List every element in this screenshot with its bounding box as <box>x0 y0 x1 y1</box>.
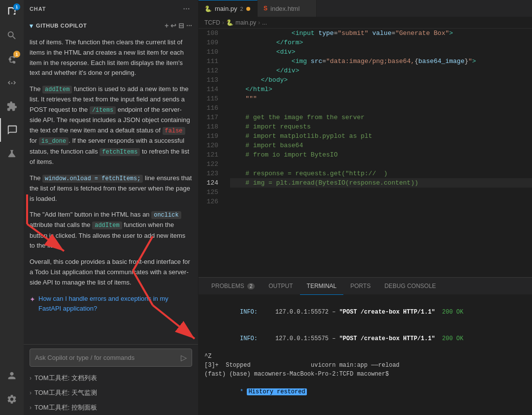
ln-111: 111 <box>202 57 218 66</box>
code-line-123: # response = requests.get("http:// ) <box>230 169 532 178</box>
chat-para-5: Overall, this code provides a basic fron… <box>30 257 192 287</box>
copilot-section: ▾ GITHUB COPILOT + ↩ ⊟ ··· <box>24 18 198 33</box>
code-line-122 <box>230 160 532 169</box>
tab-index-html[interactable]: S index.html <box>258 0 317 17</box>
code-isdone: is_done <box>39 137 68 145</box>
source-control-icon[interactable]: 1 <box>0 47 24 71</box>
copilot-history-icon[interactable]: ↩ <box>170 22 176 30</box>
tab-terminal[interactable]: TERMINAL <box>300 278 344 295</box>
chat-input-box[interactable]: ▷ <box>30 349 192 367</box>
sidebar: CHAT ··· ▾ GITHUB COPILOT + ↩ ⊟ ··· list… <box>24 0 199 415</box>
chat-para-2: The addItem function is used to add a ne… <box>30 84 192 167</box>
ln-126: 126 <box>202 197 218 206</box>
chat-input[interactable] <box>35 354 177 361</box>
ln-117: 117 <box>202 113 218 122</box>
chat-suggestion[interactable]: ✦ How can I handle errors and exceptions… <box>30 294 192 315</box>
problems-badge: 2 <box>247 283 255 289</box>
editor-area[interactable]: 108 109 110 111 112 113 114 115 116 117 … <box>199 29 532 277</box>
copilot-add-icon[interactable]: + <box>165 22 168 30</box>
python-file-icon: 🐍 <box>204 5 212 12</box>
section-chevron-3: › <box>30 404 32 411</box>
ln-114: 114 <box>202 85 218 94</box>
tab-main-py-label: main.py <box>215 5 237 12</box>
breadcrumb-sep-2: › <box>258 19 260 26</box>
flask-icon[interactable] <box>0 142 24 165</box>
terminal-content[interactable]: INFO: 127.0.0.1:55572 – "POST /create-bo… <box>199 295 532 415</box>
code-line-110: <div> <box>230 47 532 57</box>
code-line-120: # import base64 <box>230 141 532 150</box>
ln-116: 116 <box>202 103 218 113</box>
copilot-expand-icon[interactable]: ⊟ <box>178 22 184 30</box>
tab-bar: 🐍 main.py 2 S index.html <box>199 0 532 17</box>
ln-123: 123 <box>202 169 218 178</box>
breadcrumb-py-icon: 🐍 <box>226 19 233 26</box>
term-line-3: ^Z <box>204 352 526 361</box>
extensions-icon[interactable] <box>0 95 24 118</box>
section-chevron-1: › <box>30 375 32 382</box>
term-line-history: * History restored <box>204 379 526 405</box>
chat-icon[interactable] <box>0 118 24 142</box>
tab-modified-dot <box>246 7 250 11</box>
section-label-3: TOM工具栏: 控制面板 <box>34 403 97 412</box>
code-items: /items <box>90 106 116 114</box>
run-debug-icon[interactable] <box>0 71 24 95</box>
terminal-tabs: PROBLEMS 2 OUTPUT TERMINAL PORTS DEBUG C… <box>199 278 532 295</box>
chat-content: list of items. The function then clears … <box>24 33 198 344</box>
tab-debug-console[interactable]: DEBUG CONSOLE <box>377 278 443 295</box>
term-line-1: INFO: 127.0.0.1:55572 – "POST /create-bo… <box>204 299 526 325</box>
settings-icon[interactable] <box>0 387 24 411</box>
breadcrumb-file[interactable]: main.py <box>235 19 256 26</box>
copilot-chevron[interactable]: ▾ <box>30 22 33 30</box>
ln-124: 124 <box>202 178 218 188</box>
breadcrumb: TCFD › 🐍 main.py › ... <box>199 17 532 29</box>
terminal-label: TERMINAL <box>307 283 337 289</box>
tab-main-py[interactable]: 🐍 main.py 2 <box>199 0 258 17</box>
copilot-title-left: ▾ GITHUB COPILOT <box>30 22 87 30</box>
breadcrumb-tcfd[interactable]: TCFD <box>204 19 220 26</box>
chat-more-icon[interactable]: ··· <box>181 4 192 14</box>
chat-suggestion-text: How can I handle errors and exceptions i… <box>38 294 192 315</box>
code-lines[interactable]: <input type="submit" value="Generate Box… <box>222 29 532 277</box>
debug-console-label: DEBUG CONSOLE <box>384 283 436 289</box>
chat-input-area: ▷ <box>24 344 198 371</box>
chat-header-icons: ··· <box>181 4 192 14</box>
code-line-114: </html> <box>230 85 532 94</box>
sidebar-section-tom3[interactable]: › TOM工具栏: 控制面板 <box>24 400 198 415</box>
term-line-4: [3]+ Stopped uvicorn main:app ——reload <box>204 361 526 370</box>
tab-problems[interactable]: PROBLEMS 2 <box>204 278 262 295</box>
tab-ports[interactable]: PORTS <box>343 278 377 295</box>
sidebar-section-tom1[interactable]: › TOM工具栏: 文档列表 <box>24 371 198 385</box>
chat-para-1: list of items. The function then clears … <box>30 37 192 78</box>
code-line-109: </form> <box>230 38 532 47</box>
breadcrumb-more[interactable]: ... <box>262 19 267 26</box>
ln-120: 120 <box>202 141 218 150</box>
activity-bar: 1 1 <box>0 0 24 415</box>
tab-output[interactable]: OUTPUT <box>262 278 299 295</box>
ln-115: 115 <box>202 94 218 103</box>
ln-125: 125 <box>202 188 218 197</box>
copilot-more-icon[interactable]: ··· <box>186 22 192 30</box>
code-line-119: # import matplotlib.pyplot as plt <box>230 131 532 141</box>
tab-index-html-label: index.html <box>270 5 299 12</box>
code-fetchitems-1: fetchItems <box>100 148 140 156</box>
history-restored-badge: History restored <box>247 388 306 395</box>
code-line-117: # get the image from the server <box>230 113 532 122</box>
copilot-title: GITHUB COPILOT <box>36 23 87 29</box>
line-numbers: 108 109 110 111 112 113 114 115 116 117 … <box>199 29 222 277</box>
copilot-title-row: ▾ GITHUB COPILOT + ↩ ⊟ ··· <box>24 20 198 32</box>
ln-121: 121 <box>202 150 218 160</box>
ln-113: 113 <box>202 75 218 85</box>
explorer-badge: 1 <box>13 3 20 10</box>
account-icon[interactable] <box>0 364 24 387</box>
code-line-116 <box>230 103 532 113</box>
search-icon[interactable] <box>0 24 24 47</box>
ln-112: 112 <box>202 66 218 75</box>
chat-send-button[interactable]: ▷ <box>181 353 187 362</box>
code-line-112: </div> <box>230 66 532 75</box>
sidebar-section-tom2[interactable]: › TOM工具栏: 天气监测 <box>24 385 198 400</box>
code-line-113: </body> <box>230 75 532 85</box>
chat-header-title: CHAT <box>30 6 46 12</box>
ln-122: 122 <box>202 160 218 169</box>
explorer-icon[interactable]: 1 <box>0 0 24 24</box>
main-area: 🐍 main.py 2 S index.html TCFD › 🐍 main.p… <box>199 0 532 415</box>
